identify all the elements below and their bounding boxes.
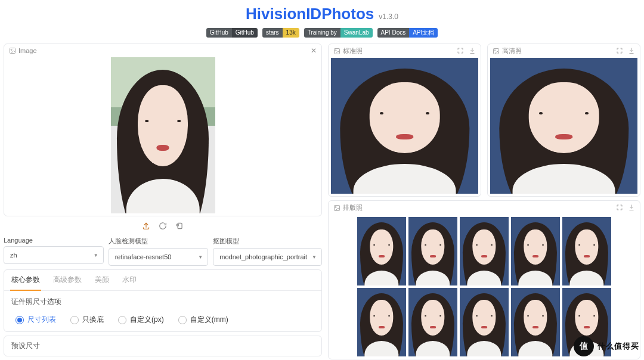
layout-thumb — [357, 217, 406, 285]
download-icon[interactable] — [628, 47, 635, 55]
fullscreen-icon[interactable] — [616, 204, 623, 212]
watermark-circle: 值 — [574, 336, 594, 356]
size-option-3[interactable]: 自定义(mm) — [174, 312, 233, 328]
layout-thumb — [460, 217, 509, 285]
tab-3[interactable]: 水印 — [121, 270, 138, 290]
svg-rect-0 — [10, 48, 16, 54]
badge-link[interactable]: Training bySwanLab — [304, 28, 373, 38]
standard-output-panel: 标准照 — [328, 44, 481, 197]
svg-point-5 — [335, 49, 336, 51]
standard-output-image[interactable] — [331, 58, 478, 194]
standard-output-label: 标准照 — [343, 46, 363, 55]
size-options-radio-group: 尺寸列表只换底自定义(px)自定义(mm) — [11, 312, 314, 328]
svg-point-9 — [335, 206, 336, 207]
image-action-bar — [4, 220, 322, 233]
fullscreen-icon[interactable] — [616, 47, 623, 55]
undo-icon[interactable] — [159, 222, 167, 232]
app-title: HivisionIDPhotos — [246, 5, 374, 23]
size-option-1[interactable]: 只换底 — [66, 312, 108, 328]
matting-model-select[interactable]: modnet_photographic_portrait — [213, 248, 322, 266]
layout-thumb — [357, 288, 406, 356]
radio-icon — [16, 316, 24, 324]
app-header: HivisionIDPhotos v1.3.0 GitHubGitHubstar… — [0, 0, 644, 44]
badge-link[interactable]: stars13k — [262, 28, 299, 38]
face-model-select[interactable]: retinaface-resnet50 — [109, 248, 209, 266]
preset-size-label: 预设尺寸 — [11, 342, 40, 350]
layout-thumb — [562, 217, 611, 285]
radio-icon — [118, 316, 126, 324]
tab-2[interactable]: 美颜 — [94, 270, 110, 290]
size-options-label: 证件照尺寸选项 — [11, 297, 314, 307]
params-panel: 核心参数高级参数美颜水印 证件照尺寸选项 尺寸列表只换底自定义(px)自定义(m… — [4, 269, 322, 332]
matting-model-label: 抠图模型 — [213, 237, 322, 246]
input-image-label: Image — [18, 47, 37, 54]
svg-rect-8 — [335, 205, 340, 210]
layout-thumb — [408, 288, 457, 356]
params-tabs: 核心参数高级参数美颜水印 — [4, 270, 321, 291]
size-option-0[interactable]: 尺寸列表 — [11, 312, 60, 328]
radio-icon — [70, 316, 79, 324]
watermark-text: 什么值得买 — [597, 341, 639, 352]
image-icon — [493, 48, 500, 55]
language-label: Language — [4, 237, 104, 244]
radio-icon — [178, 316, 187, 324]
upload-icon[interactable] — [142, 222, 150, 232]
input-image-panel: Image ✕ — [4, 44, 322, 216]
tab-0[interactable]: 核心参数 — [10, 270, 41, 291]
size-option-2[interactable]: 自定义(px) — [114, 312, 168, 328]
layout-thumb — [460, 288, 509, 356]
badge-row: GitHubGitHubstars13kTraining bySwanLabAP… — [0, 28, 644, 38]
download-icon[interactable] — [469, 47, 476, 55]
badge-link[interactable]: API DocsAPI文档 — [377, 28, 438, 38]
svg-point-7 — [494, 49, 496, 51]
language-select[interactable]: zh — [4, 246, 104, 264]
image-icon — [333, 204, 340, 212]
close-icon[interactable]: ✕ — [311, 46, 317, 55]
watermark-logo: 值 什么值得买 — [574, 336, 639, 356]
tab-1[interactable]: 高级参数 — [52, 270, 83, 290]
image-icon — [9, 47, 16, 54]
face-model-label: 人脸检测模型 — [109, 237, 209, 246]
paste-icon[interactable] — [175, 222, 184, 232]
fullscreen-icon[interactable] — [457, 47, 464, 55]
svg-rect-6 — [494, 48, 499, 54]
hd-output-label: 高清照 — [502, 46, 522, 55]
app-version: v1.3.0 — [379, 13, 398, 21]
hd-output-panel: 高清照 — [487, 44, 640, 197]
hd-output-image[interactable] — [490, 58, 637, 194]
preset-size-panel: 预设尺寸 — [4, 336, 322, 356]
layout-thumb — [511, 288, 560, 356]
download-icon[interactable] — [628, 204, 635, 212]
layout-thumb — [511, 217, 560, 285]
badge-link[interactable]: GitHubGitHub — [206, 28, 258, 38]
model-controls-row: Language zh 人脸检测模型 retinaface-resnet50 抠… — [4, 237, 322, 266]
svg-rect-4 — [335, 48, 340, 54]
layout-thumb — [408, 217, 457, 285]
layout-output-panel: 排版照 — [328, 200, 640, 359]
layout-output-label: 排版照 — [343, 203, 363, 212]
svg-point-1 — [11, 49, 12, 51]
image-icon — [333, 48, 340, 55]
input-image[interactable] — [111, 57, 215, 213]
